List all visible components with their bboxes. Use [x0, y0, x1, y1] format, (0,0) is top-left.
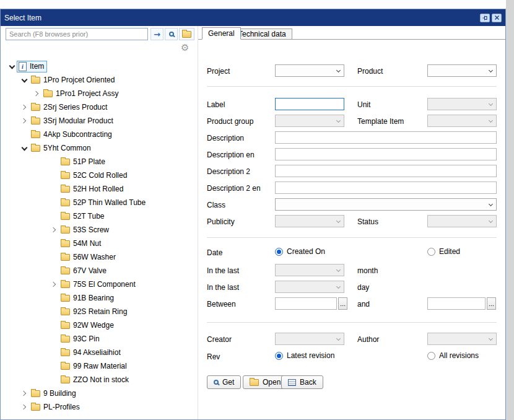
status-select[interactable] — [427, 215, 497, 227]
edited-radio[interactable]: Edited — [427, 247, 460, 256]
product-select[interactable] — [427, 64, 497, 77]
tree-item[interactable]: 1Pro1 Project Assy — [1, 87, 198, 100]
tab-technical-data[interactable]: Technical data — [232, 28, 292, 39]
get-button[interactable]: Get — [207, 375, 241, 389]
gear-icon[interactable]: ⚙ — [181, 43, 189, 53]
all-revisions-radio[interactable]: All revisions — [427, 351, 479, 361]
folder-icon — [31, 131, 40, 138]
expander-spacer — [49, 266, 59, 276]
product-group-select[interactable] — [275, 115, 344, 127]
tree-item[interactable]: iItem — [1, 59, 198, 73]
tree-item[interactable]: 51P Plate — [1, 155, 198, 168]
created-on-radio[interactable]: Created On — [275, 247, 325, 256]
pin-icon[interactable] — [480, 14, 490, 22]
folder-icon — [61, 240, 70, 247]
tree-item[interactable]: 1Pro Projcet Oriented — [1, 73, 198, 87]
tree-item[interactable]: 93C Pin — [1, 332, 198, 346]
tree-item[interactable]: 52H Hot Rolled — [1, 182, 198, 196]
tree-item[interactable]: 3Srj Modular Product — [1, 114, 198, 128]
tree-item-label: Item — [30, 62, 44, 71]
unit-select[interactable] — [427, 98, 497, 110]
chevron-down-icon — [489, 118, 493, 123]
in-last-day-select[interactable] — [275, 281, 344, 293]
tree-item-content: PL-Profiles — [29, 401, 83, 413]
back-button[interactable]: Back — [281, 375, 323, 389]
tree-item[interactable]: PL-Profiles — [1, 400, 198, 414]
description2-en-input[interactable] — [275, 182, 497, 194]
expander-spacer — [49, 320, 59, 330]
class-select[interactable] — [275, 198, 497, 211]
tree-item[interactable]: 52C Cold Rolled — [1, 168, 198, 182]
tree-item[interactable]: 75S El Component — [1, 278, 198, 291]
tree-item[interactable]: 67V Valve — [1, 264, 198, 278]
in-last-month-select[interactable] — [275, 264, 344, 276]
chevron-expanded-icon[interactable] — [19, 75, 29, 85]
desktop-gutter — [506, 0, 514, 420]
rev-label: Rev — [207, 352, 220, 361]
between-to-picker-button[interactable]: ... — [487, 297, 496, 310]
tree-item[interactable]: 5Yht Common — [1, 141, 198, 155]
tree-item[interactable]: 99 Raw Material — [1, 359, 198, 373]
description-en-input[interactable] — [275, 148, 497, 160]
expander-spacer — [49, 157, 59, 167]
tree-item-label: PL-Profiles — [43, 403, 80, 411]
folder-icon — [61, 213, 70, 220]
tree-item[interactable]: 9 Building — [1, 387, 198, 400]
description-input[interactable] — [275, 131, 497, 144]
between-to-input[interactable] — [427, 297, 486, 310]
publicity-select[interactable] — [275, 215, 344, 227]
tab-general[interactable]: General — [202, 27, 241, 40]
chevron-collapsed-icon[interactable] — [32, 89, 41, 98]
chevron-collapsed-icon[interactable] — [49, 225, 59, 235]
tree-item[interactable]: 91B Bearing — [1, 291, 198, 305]
tree-item[interactable]: ZZO Not in stock — [1, 373, 198, 387]
tree-item[interactable]: 52P Thin Walled Tube — [1, 196, 198, 209]
close-icon[interactable] — [492, 14, 502, 22]
chevron-down-icon — [489, 102, 493, 106]
tree-item-content: 92S Retain Ring — [59, 306, 130, 317]
between-from-input[interactable] — [275, 297, 337, 310]
tree-item[interactable]: 2Srj Series Product — [1, 100, 198, 114]
chevron-collapsed-icon[interactable] — [19, 116, 29, 126]
chevron-collapsed-icon[interactable] — [19, 388, 29, 398]
chevron-expanded-icon[interactable] — [7, 61, 17, 71]
between-from-picker-button[interactable]: ... — [338, 297, 347, 310]
titlebar[interactable]: Select Item — [1, 9, 505, 26]
search-input[interactable] — [6, 28, 148, 40]
tree-item-content: 94 Akseliaihiot — [59, 347, 124, 358]
tree-item[interactable]: 53S Screw — [1, 223, 198, 237]
tree-item[interactable]: 94 Akseliaihiot — [1, 346, 198, 359]
label-input[interactable] — [275, 98, 344, 110]
tree-item-label: 94 Akseliaihiot — [73, 348, 121, 357]
folder-icon — [61, 349, 70, 356]
tree-item-label: 99 Raw Material — [73, 362, 127, 370]
latest-revision-radio[interactable]: Latest revision — [275, 351, 334, 361]
tree-item[interactable]: 92S Retain Ring — [1, 305, 198, 318]
project-select[interactable] — [275, 64, 344, 77]
tree-item[interactable]: 56W Washer — [1, 250, 198, 264]
chevron-expanded-icon[interactable] — [19, 143, 29, 153]
tree-item[interactable]: 52T Tube — [1, 209, 198, 223]
description-label: Description — [207, 134, 244, 142]
between-label: Between — [207, 300, 236, 308]
author-select[interactable] — [427, 333, 497, 345]
in-last-day-label: In the last — [207, 283, 239, 292]
chevron-collapsed-icon[interactable] — [19, 402, 29, 412]
chevron-collapsed-icon[interactable] — [49, 279, 59, 289]
tree-item[interactable]: 92W Wedge — [1, 318, 198, 332]
folder-icon — [61, 254, 70, 261]
folder-icon — [61, 308, 70, 315]
tree-item[interactable]: 4Akp Subcontracting — [1, 128, 198, 141]
expander-spacer — [49, 184, 59, 194]
search-icon[interactable] — [165, 28, 178, 40]
tree-panel: → ⚙ iItem1Pro Projcet Oriented1Pro1 Proj… — [1, 26, 198, 419]
chevron-down-icon — [336, 268, 341, 272]
creator-select[interactable] — [275, 333, 344, 345]
tree-item[interactable]: 54M Nut — [1, 237, 198, 250]
go-arrow-icon[interactable]: → — [150, 28, 163, 40]
browse-folder-icon[interactable] — [179, 28, 194, 40]
chevron-collapsed-icon[interactable] — [19, 102, 29, 112]
description2-input[interactable] — [275, 165, 497, 177]
expander-spacer — [49, 170, 59, 180]
template-item-select[interactable] — [427, 115, 497, 127]
